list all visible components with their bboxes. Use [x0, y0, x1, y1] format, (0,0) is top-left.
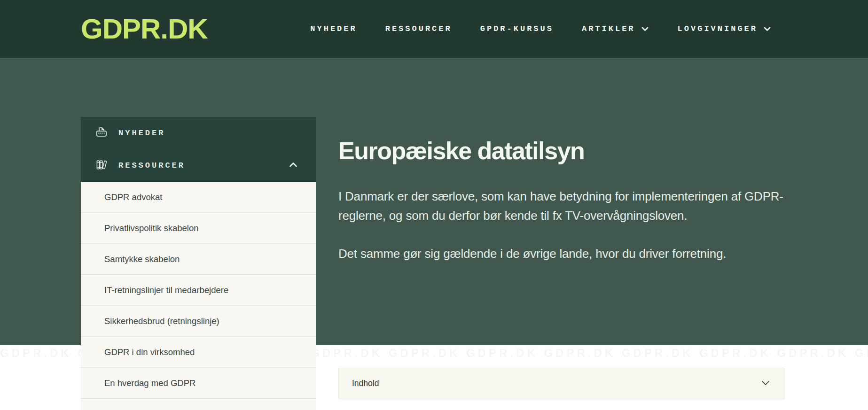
hero-paragraph: I Danmark er der særlove, som kan have b…	[338, 187, 790, 225]
nav-item-lovgivninger[interactable]: LOVGIVNINGER	[678, 24, 772, 33]
sidebar-subitem-en-hverdag-med-gdpr[interactable]: En hverdag med GDPR	[81, 368, 316, 399]
sidebar-item-nyheder[interactable]: NYHEDER	[81, 117, 316, 149]
sidebar-header: NYHEDER RESSOURCER	[81, 117, 316, 182]
hero-content: Europæiske datatilsyn I Danmark er der s…	[338, 137, 794, 282]
toc-accordion[interactable]: Indhold	[338, 368, 785, 399]
page-title: Europæiske datatilsyn	[338, 137, 794, 165]
printer-icon	[95, 126, 108, 141]
nav-item-nyheder[interactable]: NYHEDER	[310, 24, 357, 33]
chevron-down-icon	[760, 377, 771, 390]
sidebar-subitem-sikkerhedsbrud[interactable]: Sikkerhedsbrud (retningslinje)	[81, 306, 316, 337]
sidebar-menu: NYHEDER RESSOURCER	[81, 117, 316, 410]
sidebar-subitem-partial[interactable]	[81, 399, 316, 410]
toc-label: Indhold	[352, 379, 379, 388]
logo[interactable]: GDPR.DK	[81, 15, 208, 43]
main-nav: NYHEDER RESSOURCER GPDR-KURSUS ARTIKLER …	[310, 24, 772, 33]
books-icon	[95, 158, 108, 173]
sidebar-subitem-gdpr-advokat[interactable]: GDPR advokat	[81, 182, 316, 213]
nav-item-label: RESSOURCER	[385, 24, 452, 33]
chevron-up-icon	[287, 158, 300, 173]
nav-item-gpdr-kursus[interactable]: GPDR-KURSUS	[480, 24, 554, 33]
nav-item-artikler[interactable]: ARTIKLER	[582, 24, 649, 33]
sidebar-subitem-it-retningslinjer[interactable]: IT-retningslinjer til medarbejdere	[81, 275, 316, 306]
nav-item-label: LOVGIVNINGER	[678, 24, 758, 33]
sidebar-subitem-gdpr-i-din-virksomhed[interactable]: GDPR i din virksomhed	[81, 337, 316, 368]
top-header: GDPR.DK NYHEDER RESSOURCER GPDR-KURSUS A…	[0, 0, 868, 58]
chevron-down-icon	[763, 24, 772, 33]
nav-item-label: GPDR-KURSUS	[480, 24, 554, 33]
sidebar-item-label: NYHEDER	[118, 129, 165, 138]
sidebar-submenu: GDPR advokat Privatlivspolitik skabelon …	[81, 182, 316, 410]
sidebar-subitem-samtykke[interactable]: Samtykke skabelon	[81, 244, 316, 275]
sidebar-item-label: RESSOURCER	[118, 161, 185, 170]
nav-item-label: ARTIKLER	[582, 24, 635, 33]
hero-paragraph: Det samme gør sig gældende i de øvrige l…	[338, 244, 790, 263]
chevron-down-icon	[641, 24, 649, 33]
sidebar-subitem-privatlivspolitik[interactable]: Privatlivspolitik skabelon	[81, 213, 316, 244]
sidebar-item-ressourcer[interactable]: RESSOURCER	[81, 149, 316, 182]
nav-item-label: NYHEDER	[310, 24, 357, 33]
nav-item-ressourcer[interactable]: RESSOURCER	[385, 24, 452, 33]
